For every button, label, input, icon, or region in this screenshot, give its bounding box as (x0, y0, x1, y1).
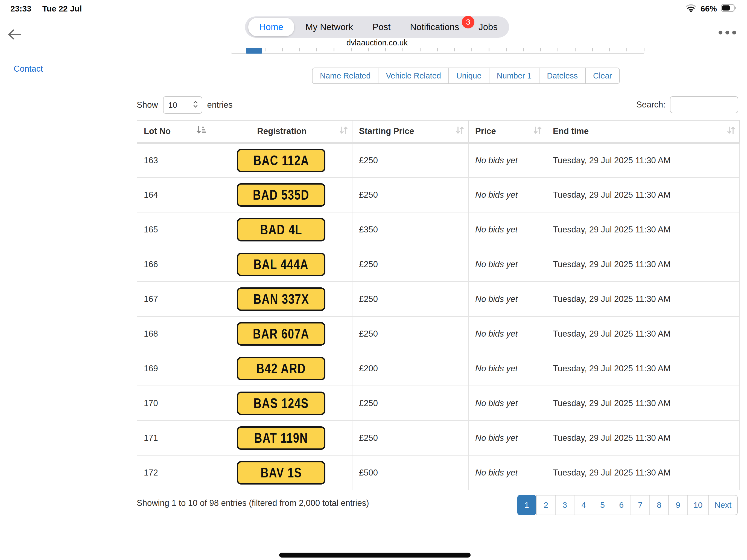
tab-jobs[interactable]: Jobs (470, 22, 506, 32)
tab-post[interactable]: Post (364, 22, 398, 32)
page-button-10[interactable]: 10 (687, 495, 708, 515)
filter-name-related[interactable]: Name Related (312, 68, 379, 83)
app-tab-bar: Home My Network Post Notifications 3 Job… (245, 17, 509, 38)
page-button-next[interactable]: Next (708, 495, 737, 515)
table-header-row: Lot No Registration (137, 120, 740, 143)
table-row: 168 BAR 607A £250 No bids yet Tuesday, 2… (137, 316, 740, 351)
home-indicator[interactable] (279, 553, 470, 558)
end-time-cell: Tuesday, 29 Jul 2025 11:30 AM (546, 177, 740, 212)
filter-dateless[interactable]: Dateless (539, 68, 586, 83)
filter-vehicle-related[interactable]: Vehicle Related (379, 68, 449, 83)
filter-unique[interactable]: Unique (449, 68, 489, 83)
registration-plate[interactable]: BAD 535D (237, 183, 325, 207)
ellipsis-dot (719, 31, 722, 34)
tab-my-network[interactable]: My Network (297, 22, 361, 32)
column-header-label: Lot No (144, 126, 171, 136)
price-cell: No bids yet (475, 399, 518, 408)
page-button-3[interactable]: 3 (555, 495, 574, 515)
registration-plate[interactable]: BAC 112A (237, 149, 325, 172)
price-cell: No bids yet (475, 329, 518, 338)
site-url: dvlaauction.co.uk (245, 38, 509, 47)
table-row: 172 BAV 1S £500 No bids yet Tuesday, 29 … (137, 455, 740, 490)
column-header-lot-no[interactable]: Lot No (137, 120, 210, 143)
end-time-cell: Tuesday, 29 Jul 2025 11:30 AM (546, 212, 740, 247)
column-header-end-time[interactable]: End time (546, 120, 740, 143)
table-row: 163 BAC 112A £250 No bids yet Tuesday, 2… (137, 143, 740, 177)
page-button-7[interactable]: 7 (630, 495, 649, 515)
lot-no-cell: 172 (137, 455, 210, 490)
wifi-icon (685, 4, 697, 14)
table-row: 170 BAS 124S £250 No bids yet Tuesday, 2… (137, 386, 740, 421)
page-button-4[interactable]: 4 (574, 495, 593, 515)
registration-plate[interactable]: BAN 337X (237, 287, 325, 311)
end-time-cell: Tuesday, 29 Jul 2025 11:30 AM (546, 316, 740, 351)
registration-plate[interactable]: BAD 4L (237, 218, 325, 241)
lot-no-cell: 165 (137, 212, 210, 247)
back-arrow-icon (7, 36, 21, 41)
price-cell: No bids yet (475, 433, 518, 443)
page-button-5[interactable]: 5 (593, 495, 612, 515)
end-time-cell: Tuesday, 29 Jul 2025 11:30 AM (546, 143, 740, 177)
starting-price-cell: £250 (352, 421, 468, 455)
registration-plate[interactable]: BAV 1S (237, 461, 325, 485)
page-size-select[interactable]: 10 (163, 96, 202, 114)
scroll-ruler-thumb[interactable] (246, 48, 262, 54)
sort-asc-icon (197, 126, 206, 137)
page-size-value: 10 (169, 101, 177, 110)
contact-link[interactable]: Contact (14, 64, 43, 74)
tab-notifications-label: Notifications (410, 22, 459, 32)
price-cell: No bids yet (475, 156, 518, 165)
table-row: 165 BAD 4L £350 No bids yet Tuesday, 29 … (137, 212, 740, 247)
registration-plate[interactable]: B42 ARD (237, 357, 325, 380)
show-label: Show (137, 100, 158, 110)
filter-number-1[interactable]: Number 1 (489, 68, 539, 83)
registration-plate[interactable]: BAT 119N (237, 426, 325, 450)
registration-text: BAL 444A (254, 256, 308, 272)
registration-text: BAR 607A (253, 326, 309, 342)
column-header-label: End time (553, 126, 589, 136)
registration-plate[interactable]: BAS 124S (237, 391, 325, 415)
select-chevrons-icon (193, 100, 198, 110)
column-header-price[interactable]: Price (468, 120, 546, 143)
end-time-cell: Tuesday, 29 Jul 2025 11:30 AM (546, 421, 740, 455)
ellipsis-dot (725, 31, 729, 34)
end-time-cell: Tuesday, 29 Jul 2025 11:30 AM (546, 282, 740, 316)
more-options-button[interactable] (719, 31, 736, 34)
sort-both-icon (727, 126, 736, 137)
starting-price-cell: £250 (352, 282, 468, 316)
page-button-6[interactable]: 6 (612, 495, 630, 515)
column-header-registration[interactable]: Registration (210, 120, 352, 143)
scroll-ruler[interactable] (231, 48, 644, 54)
pagination: 1 2 3 4 5 6 7 8 9 10 Next (517, 495, 738, 515)
table-row: 169 B42 ARD £200 No bids yet Tuesday, 29… (137, 351, 740, 386)
page-button-2[interactable]: 2 (536, 495, 555, 515)
lot-no-cell: 168 (137, 316, 210, 351)
page-button-8[interactable]: 8 (649, 495, 668, 515)
column-header-starting-price[interactable]: Starting Price (352, 120, 468, 143)
starting-price-cell: £250 (352, 177, 468, 212)
starting-price-cell: £200 (352, 351, 468, 386)
lot-no-cell: 171 (137, 421, 210, 455)
column-header-label: Registration (257, 126, 307, 136)
registration-text: BAS 124S (254, 396, 309, 411)
tab-notifications[interactable]: Notifications 3 (402, 22, 467, 32)
page-size-control: Show 10 entries (137, 96, 233, 114)
column-header-label: Starting Price (359, 126, 414, 136)
registration-plate[interactable]: BAL 444A (237, 253, 325, 276)
lot-no-cell: 170 (137, 386, 210, 421)
filter-clear[interactable]: Clear (586, 68, 619, 83)
starting-price-cell: £250 (352, 386, 468, 421)
sort-both-icon (456, 126, 464, 137)
table-row: 166 BAL 444A £250 No bids yet Tuesday, 2… (137, 247, 740, 282)
sort-both-icon (339, 126, 348, 137)
price-cell: No bids yet (475, 259, 518, 269)
column-header-label: Price (475, 126, 496, 136)
battery-percent: 66% (700, 4, 717, 14)
page-button-1[interactable]: 1 (517, 495, 536, 515)
table-row: 171 BAT 119N £250 No bids yet Tuesday, 2… (137, 421, 740, 455)
registration-plate[interactable]: BAR 607A (237, 322, 325, 346)
tab-home[interactable]: Home (248, 18, 294, 36)
page-button-9[interactable]: 9 (668, 495, 687, 515)
search-input[interactable] (670, 96, 738, 113)
back-button[interactable] (7, 28, 21, 42)
